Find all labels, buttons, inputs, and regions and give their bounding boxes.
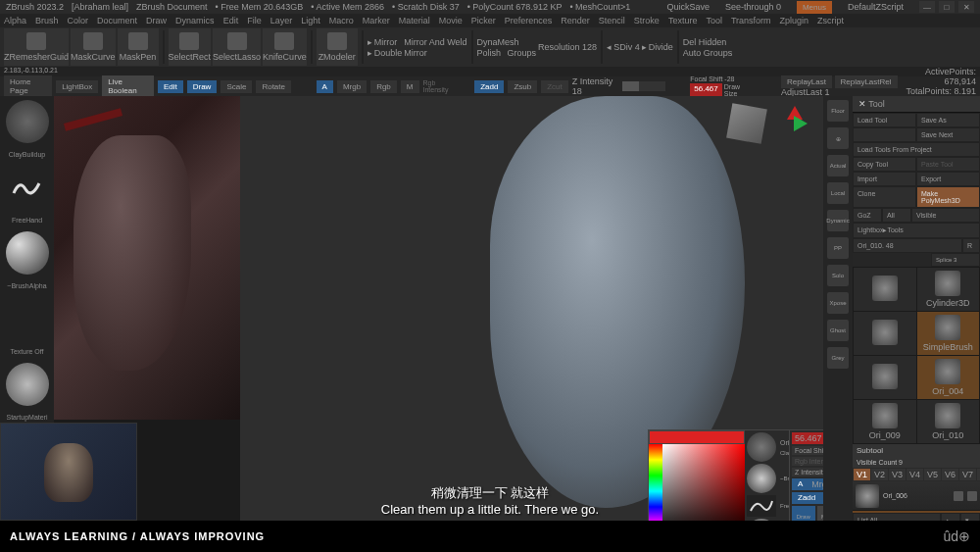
ricon-3[interactable]: Local (827, 182, 849, 204)
knifecurve-button[interactable]: KnifeCurve (263, 28, 307, 66)
draw-button[interactable]: Draw (187, 80, 218, 93)
menu-render[interactable]: Render (561, 16, 590, 25)
sdiv-down[interactable]: ◂ (607, 42, 612, 52)
polish-chk[interactable]: Polish (477, 48, 502, 58)
menu-zscript[interactable]: Zscript (817, 16, 844, 25)
maximize-icon[interactable]: □ (939, 1, 955, 13)
canvas-viewport[interactable]: Gradient SwitchColor Ori_010ClayBuildup … (240, 96, 823, 544)
drawsize-value[interactable]: 56.467 (690, 83, 721, 97)
maskpen-button[interactable]: MaskPen (118, 28, 159, 66)
tool-item-1[interactable]: Cylinder3D (917, 268, 980, 311)
visible-button[interactable]: Visible (911, 208, 980, 223)
all-button[interactable]: All (882, 208, 911, 223)
popup-zadd[interactable]: Zadd (795, 493, 818, 503)
rotate-button[interactable]: Rotate (256, 80, 291, 93)
menu-edit[interactable]: Edit (223, 16, 239, 25)
lbtools-button[interactable]: Lightbox▸Tools (853, 223, 980, 238)
maskcurve-button[interactable]: MaskCurve (71, 28, 116, 66)
menu-transform[interactable]: Transform (731, 16, 771, 25)
menu-zplugin[interactable]: Zplugin (780, 16, 809, 25)
menu-movie[interactable]: Movie (439, 16, 463, 25)
brush-thumb[interactable] (6, 100, 49, 143)
popup-focal-slider[interactable]: Focal Shift -28 (792, 446, 823, 455)
r-button[interactable]: R (962, 238, 980, 253)
texture-thumb[interactable] (6, 297, 49, 340)
loadtool-button[interactable]: Load Tool (853, 113, 916, 127)
menu-marker[interactable]: Marker (363, 16, 390, 25)
menu-alpha[interactable]: Alpha (4, 16, 26, 25)
goz-button[interactable]: GoZ (853, 208, 882, 223)
import-button[interactable]: Import (853, 172, 916, 186)
rgb-button[interactable]: Rgb (370, 80, 397, 93)
autogroups-button[interactable]: Auto Groups (683, 48, 733, 58)
menu-light[interactable]: Light (301, 16, 320, 25)
popup-brush-thumb[interactable] (747, 432, 776, 462)
m-button[interactable]: M (401, 80, 419, 93)
groups-chk[interactable]: Groups (508, 48, 537, 58)
zremesher-button[interactable]: ZRemesherGuid (4, 28, 69, 66)
tool-header[interactable]: ✕ Tool (853, 96, 980, 113)
paint-icon[interactable] (967, 491, 977, 501)
tool-item-6[interactable]: Ori_009 (854, 400, 916, 443)
menu-preferences[interactable]: Preferences (505, 16, 553, 25)
menu-dynamics[interactable]: Dynamics (175, 16, 215, 25)
menu-stroke[interactable]: Stroke (634, 16, 660, 25)
menu-layer[interactable]: Layer (270, 16, 293, 25)
tool-item-5[interactable]: Ori_004 (917, 356, 980, 399)
ricon-5[interactable]: PP (827, 237, 849, 259)
popup-drawsize-value[interactable]: 56.467 (795, 433, 822, 443)
tool-item-0[interactable] (854, 268, 916, 311)
zadd-button[interactable]: Zadd (474, 80, 504, 93)
menu-brush[interactable]: Brush (35, 16, 59, 25)
selectlasso-button[interactable]: SelectLasso (213, 28, 261, 66)
ricon-1[interactable]: ⊕ (827, 127, 849, 149)
popup-stroke-thumb[interactable] (747, 495, 776, 517)
zmodeler-button[interactable]: ZModeler (317, 28, 358, 66)
dynamesh-button[interactable]: DynaMesh (477, 37, 519, 47)
tool-item-7[interactable]: Ori_010 (917, 400, 980, 443)
ricon-9[interactable]: Grey (827, 347, 849, 369)
menu-draw[interactable]: Draw (146, 16, 167, 25)
a-button[interactable]: A (317, 80, 333, 93)
ricon-2[interactable]: Actual (827, 155, 849, 176)
export-button[interactable]: Export (916, 172, 980, 186)
subtool-tab-V2[interactable]: V2 (871, 469, 888, 480)
menu-stencil[interactable]: Stencil (599, 16, 625, 25)
zintensity-slider[interactable]: Z Intensity 18 (572, 76, 665, 96)
menu-color[interactable]: Color (68, 16, 89, 25)
loadproj-button[interactable]: Load Tools From Project (853, 142, 980, 157)
nav-cube[interactable] (726, 103, 767, 144)
divide-button[interactable]: Divide (649, 42, 673, 52)
subtool-header[interactable]: Subtool (853, 444, 980, 457)
minimize-icon[interactable]: — (919, 1, 935, 13)
copytool-button[interactable]: Copy Tool (853, 157, 916, 172)
mirror-chk[interactable]: ▸ (368, 37, 372, 47)
sdiv-value[interactable]: SDiv 4 (613, 42, 640, 52)
quicksave-button[interactable]: QuickSave (666, 2, 710, 12)
tool-item-2[interactable] (854, 312, 916, 355)
subtool-tab-V1[interactable]: V1 (854, 469, 870, 480)
seethrough[interactable]: See-through 0 (725, 2, 781, 12)
liveboolean-button[interactable]: Live Boolean (102, 75, 154, 97)
makemesh-button[interactable]: Make PolyMesh3D (916, 186, 980, 208)
zsub-button[interactable]: Zsub (508, 80, 537, 93)
focalshift-slider[interactable]: Focal Shift -28 (690, 75, 747, 82)
subtool-tab-V5[interactable]: V5 (924, 469, 941, 480)
savenext-button[interactable]: Save Next (916, 127, 980, 142)
ricon-4[interactable]: Dynamic (827, 210, 849, 231)
tool-item-3[interactable]: SimpleBrush (917, 312, 980, 355)
subtool-tab-V6[interactable]: V6 (942, 469, 958, 480)
clone-button[interactable]: Clone (853, 186, 916, 208)
alpha-thumb[interactable] (6, 231, 49, 275)
delhidden-button[interactable]: Del Hidden (683, 37, 727, 47)
scale-button[interactable]: Scale (220, 80, 252, 93)
close-icon[interactable]: ✕ (958, 1, 974, 13)
subtool-tab-V3[interactable]: V3 (889, 469, 906, 480)
menu-macro[interactable]: Macro (329, 16, 354, 25)
double-chk[interactable]: ▸ (368, 48, 372, 58)
ricon-7[interactable]: Xpose (827, 292, 849, 314)
saveas-button[interactable]: Save As (916, 113, 980, 127)
lightbox-button[interactable]: LightBox (56, 80, 98, 93)
splice-slider[interactable]: Splice 3 (931, 253, 980, 267)
menus-button[interactable]: Menus (797, 1, 832, 14)
